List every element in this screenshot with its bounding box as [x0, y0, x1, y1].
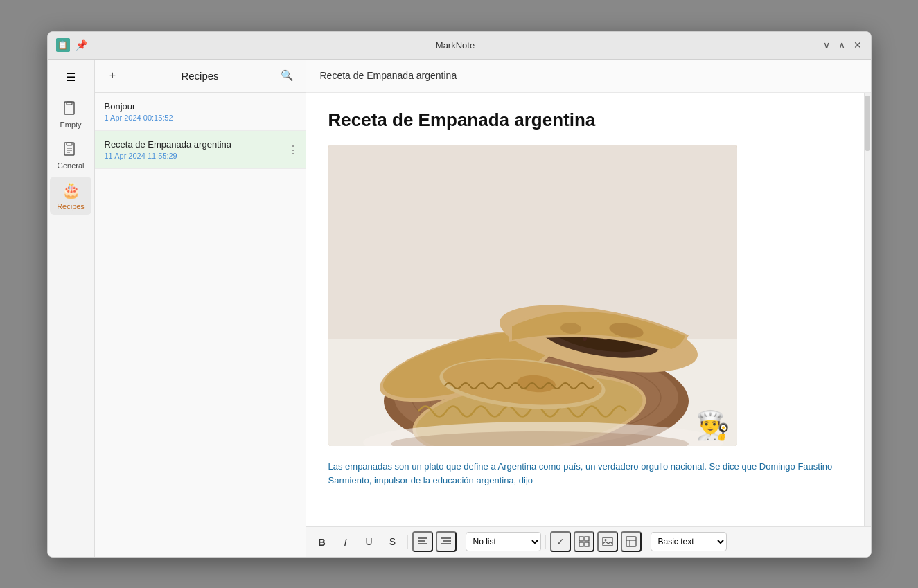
scrollbar-track[interactable]	[864, 93, 871, 526]
strikethrough-button[interactable]: S	[382, 531, 403, 552]
editor-content[interactable]: Receta de Empanada argentina	[306, 93, 871, 526]
task-check-button[interactable]: ✓	[550, 531, 571, 552]
add-icon: +	[109, 69, 116, 82]
table-insert-button[interactable]	[574, 531, 594, 552]
chef-emoji: 👨‍🍳	[696, 411, 730, 439]
pin-icon[interactable]: 📌	[76, 39, 87, 51]
svg-rect-38	[585, 537, 589, 541]
editor-body-text[interactable]: Las empanadas son un plato que define a …	[328, 460, 849, 489]
notes-panel: + Recipes 🔍 Bonjour 1 Apr 2024 00:15:52 …	[95, 60, 306, 557]
note-item-empanada[interactable]: Receta de Empanada argentina 11 Apr 2024…	[95, 131, 306, 169]
toolbar-divider-3	[545, 535, 546, 549]
align-left-icon	[417, 537, 428, 546]
toolbar-divider-1	[407, 535, 408, 549]
close-button[interactable]: ✕	[854, 39, 862, 51]
bold-button[interactable]: B	[312, 531, 333, 552]
window-title: MarkNote	[436, 40, 475, 51]
svg-rect-43	[626, 537, 636, 546]
empty-icon	[61, 99, 80, 118]
svg-rect-37	[579, 537, 583, 541]
editor-header: Receta de Empanada argentina	[306, 60, 871, 93]
embed-button[interactable]	[621, 531, 642, 552]
embed-icon	[626, 536, 637, 547]
align-left-button[interactable]	[412, 531, 433, 552]
toolbar-divider-4	[646, 535, 646, 549]
svg-rect-41	[603, 537, 612, 546]
icon-sidebar: ☰ Empty	[48, 60, 95, 557]
app-icon: 📋	[56, 38, 70, 52]
editor-toolbar: B I U S	[306, 526, 871, 557]
toolbar-divider-2	[461, 535, 461, 549]
svg-rect-2	[64, 143, 74, 155]
note-item-bonjour-title: Bonjour	[105, 101, 296, 112]
notes-panel-title: Recipes	[128, 70, 272, 82]
align-right-button[interactable]	[436, 531, 457, 552]
sidebar-item-general[interactable]: General	[50, 136, 91, 174]
svg-rect-39	[579, 542, 583, 546]
search-button[interactable]: 🔍	[278, 66, 297, 85]
align-right-icon	[441, 537, 452, 546]
table-icon	[579, 536, 590, 547]
recipe-image: 👨‍🍳	[328, 145, 737, 446]
title-bar-left: 📋 📌	[56, 38, 87, 52]
note-item-empanada-date: 11 Apr 2024 11:55:29	[105, 152, 296, 160]
list-type-select[interactable]: No list Bullet list Numbered list Task l…	[466, 532, 541, 551]
editor-header-title: Receta de Empanada argentina	[320, 70, 457, 81]
svg-point-42	[604, 539, 606, 541]
note-item-empanada-menu[interactable]: ⋮	[288, 143, 299, 156]
italic-button[interactable]: I	[335, 531, 356, 552]
editor-area: Receta de Empanada argentina Receta de E…	[306, 60, 871, 557]
sidebar-item-recipes-label: Recipes	[57, 202, 85, 211]
sidebar-item-recipes[interactable]: 🎂 Recipes	[50, 177, 91, 215]
notes-panel-header: + Recipes 🔍	[95, 60, 306, 93]
scrollbar-thumb[interactable]	[865, 96, 870, 151]
sidebar-item-empty[interactable]: Empty	[50, 95, 91, 133]
note-list: Bonjour 1 Apr 2024 00:15:52 ⋮ Receta de …	[95, 93, 306, 557]
note-item-empanada-title: Receta de Empanada argentina	[105, 139, 296, 150]
image-insert-button[interactable]	[597, 531, 618, 552]
app-body: ☰ Empty	[48, 60, 871, 557]
title-bar: 📋 📌 MarkNote ∨ ∧ ✕	[48, 32, 871, 60]
sidebar-item-general-label: General	[57, 161, 84, 170]
add-note-button[interactable]: +	[103, 66, 123, 85]
svg-rect-0	[64, 102, 74, 114]
image-icon	[602, 537, 613, 546]
window-controls: ∨ ∧ ✕	[823, 39, 862, 51]
hamburger-icon: ☰	[66, 71, 76, 84]
text-style-select[interactable]: Basic text Heading 1 Heading 2 Heading 3	[651, 532, 727, 551]
general-icon	[61, 140, 80, 159]
svg-rect-40	[585, 542, 589, 546]
minimize-button[interactable]: ∨	[823, 39, 830, 51]
hamburger-menu-button[interactable]: ☰	[50, 65, 91, 89]
sidebar-item-empty-label: Empty	[60, 121, 81, 129]
maximize-button[interactable]: ∧	[838, 39, 845, 51]
app-window: 📋 📌 MarkNote ∨ ∧ ✕ ☰ Empty	[47, 31, 872, 558]
note-title: Receta de Empanada argentina	[328, 109, 849, 131]
search-icon: 🔍	[281, 69, 294, 82]
underline-button[interactable]: U	[359, 531, 380, 552]
check-icon: ✓	[556, 536, 565, 547]
note-item-bonjour-date: 1 Apr 2024 00:15:52	[105, 114, 296, 122]
note-item-bonjour[interactable]: Bonjour 1 Apr 2024 00:15:52 ⋮	[95, 93, 306, 131]
recipes-icon: 🎂	[61, 181, 80, 200]
